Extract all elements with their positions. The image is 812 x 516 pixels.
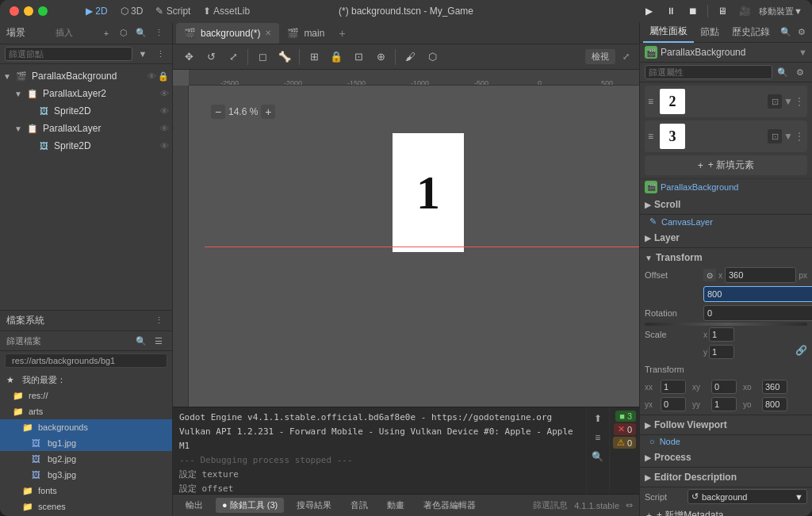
offset-link-icon[interactable]: ⊙ [703, 269, 716, 281]
console-icon-2[interactable]: ≡ [590, 430, 606, 445]
lock-tool[interactable]: 🔒 [327, 48, 346, 67]
fs-fonts[interactable]: 📁 fonts [0, 483, 172, 499]
instance-button[interactable]: ⬡ [117, 26, 131, 40]
bottom-tab-audio[interactable]: 音訊 [344, 498, 374, 513]
nav-assetlib[interactable]: ⬆ AssetLib [203, 6, 250, 17]
rp-tab-nodes[interactable]: 節點 [694, 22, 726, 43]
bottom-tab-output[interactable]: 輸出 [179, 498, 209, 513]
fs-options[interactable]: ⋮ [151, 314, 166, 328]
eye-icon2[interactable]: 👁 [160, 89, 169, 98]
maximize-button[interactable] [38, 6, 48, 16]
transform-header[interactable]: ▼ Transform [640, 250, 812, 266]
tree-item-parallaxlayer2[interactable]: ▼ 📋 ParallaxLayer2 👁 [0, 85, 172, 102]
fs-bg3[interactable]: 🖼 bg3.jpg [0, 467, 172, 483]
scale-y-input[interactable] [709, 345, 734, 359]
eye-icon4[interactable]: 👁 [160, 124, 169, 133]
fs-backgrounds[interactable]: 📁 backgrounds [0, 419, 172, 435]
rotation-input[interactable] [703, 305, 812, 321]
tab-main[interactable]: 🎬 main [279, 23, 332, 44]
t-xy-input[interactable] [711, 380, 737, 394]
script-reload-icon[interactable]: ↺ [691, 491, 699, 502]
group-tool[interactable]: ⊡ [349, 48, 368, 67]
bone-tool[interactable]: 🦴 [275, 48, 294, 67]
console-search[interactable]: 🔍 [590, 449, 606, 464]
fs-arts[interactable]: 📁 arts [0, 403, 172, 419]
layer-dup-icon-2[interactable]: ⊡ [768, 94, 782, 109]
add-metadata-button[interactable]: + + 新增Metadata [640, 506, 812, 516]
nav-3d[interactable]: ⬡ 3D [121, 6, 144, 17]
rotate-tool[interactable]: ↺ [201, 48, 220, 67]
t-yo-input[interactable] [762, 397, 787, 411]
fs-bg1[interactable]: 🖼 bg1.jpg [0, 435, 172, 451]
t-yy-input[interactable] [711, 397, 737, 411]
close-button[interactable] [10, 6, 19, 16]
bottom-tab-debug[interactable]: ● 除錯工具 (3) [216, 498, 284, 513]
layer-dup-icon-3[interactable]: ⊡ [768, 129, 782, 143]
tree-item-parallaxlayer[interactable]: ▼ 📋 ParallaxLayer 👁 [0, 120, 172, 137]
scene-tree-options[interactable]: ⋮ [153, 47, 167, 61]
filter-scene-button[interactable]: 🔍 [134, 26, 148, 40]
maximize-viewport[interactable]: ⤢ [619, 50, 633, 64]
inspect-button[interactable]: 檢視 [585, 49, 615, 64]
property-sort-icon[interactable]: ⚙ [793, 65, 807, 79]
rp-tab-attributes[interactable]: 屬性面板 [643, 22, 694, 43]
rp-tab-history[interactable]: 歷史記錄 [726, 22, 776, 43]
tree-item-sprite2d-1[interactable]: ▶ 🖼 Sprite2D 👁 [0, 102, 172, 120]
lock-icon[interactable]: 🔒 [158, 71, 169, 82]
scale-x-input[interactable] [709, 327, 734, 342]
tab-background[interactable]: 🎬 background(*) ✕ [176, 23, 279, 44]
fs-bg2[interactable]: 🖼 bg2.jpg [0, 451, 172, 467]
fs-scenes[interactable]: 📁 scenes [0, 499, 172, 514]
scene-filter-input[interactable] [5, 47, 132, 61]
console-icon-1[interactable]: ⬆ [590, 411, 606, 426]
tree-item-parallaxbackground[interactable]: ▼ 🎬 ParallaxBackground 👁 🔒 [0, 67, 172, 85]
editor-desc-header[interactable]: ▶ Editor Description [640, 469, 812, 485]
remote-debug-button[interactable]: 🖥 [714, 3, 730, 19]
pause-button[interactable]: ⏸ [663, 3, 679, 19]
paint-tool[interactable]: 🖌 [400, 48, 419, 67]
scroll-header[interactable]: ▶ Scroll [640, 197, 812, 212]
add-element-button[interactable]: + + 新填元素 [645, 155, 807, 175]
offset-x-input[interactable] [725, 267, 796, 283]
t-yx-input[interactable] [661, 397, 686, 411]
fs-view-toggle[interactable]: ☰ [151, 334, 166, 348]
rp-options-icon[interactable]: ⚙ [795, 25, 809, 40]
canvaslayer-link[interactable]: ✎ CanvasLayer [640, 215, 812, 228]
node-selector[interactable]: 🎬 ParallaxBackground ▼ [640, 43, 812, 63]
process-header[interactable]: ▶ Process [640, 449, 812, 465]
add-tab-button[interactable]: + [332, 27, 351, 40]
zoom-out-button[interactable]: − [211, 105, 225, 119]
fs-favorites[interactable]: ★ 我的最愛： [0, 372, 172, 388]
filter-icon[interactable]: ▼ [136, 47, 150, 61]
bottom-icon[interactable]: ⇔ [626, 500, 633, 510]
eye-icon5[interactable]: 👁 [160, 141, 169, 151]
property-filter-input[interactable] [645, 65, 772, 79]
bottom-tab-search[interactable]: 搜尋結果 [290, 498, 338, 513]
bottom-tab-shader[interactable]: 著色器編輯器 [417, 498, 482, 513]
fs-res[interactable]: 📁 res:// [0, 388, 172, 403]
property-filter-icon[interactable]: 🔍 [776, 65, 790, 79]
scene-options-button[interactable]: ⋮ [151, 26, 166, 40]
pivot-tool[interactable]: ⊕ [371, 48, 390, 67]
stop-button[interactable]: ⏹ [685, 3, 701, 19]
eye-icon[interactable]: 👁 [147, 71, 156, 81]
polygon-tool[interactable]: ⬡ [423, 48, 442, 67]
viewport[interactable]: -2500 -2000 -1500 -1000 -500 0 500 1000 … [173, 70, 639, 407]
fs-search-icon[interactable]: 🔍 [134, 334, 148, 348]
movie-button[interactable]: 🎥 [737, 3, 753, 19]
layer-header[interactable]: ▶ Layer [640, 230, 812, 246]
nav-2d[interactable]: ▶ 2D [86, 6, 108, 17]
tab-close-background[interactable]: ✕ [265, 29, 271, 37]
layer-del-2[interactable]: ⋮ [795, 96, 804, 107]
offset-y-input[interactable] [703, 286, 812, 302]
chain-icon[interactable]: 🔗 [795, 345, 807, 356]
parallaxbg-link[interactable]: ParallaxBackground [661, 182, 738, 192]
tree-item-sprite2d-2[interactable]: ▶ 🖼 Sprite2D 👁 [0, 137, 172, 155]
t-xx-input[interactable] [661, 380, 686, 394]
t-xo-input[interactable] [762, 380, 787, 394]
grid-snap[interactable]: ⊞ [304, 48, 324, 67]
layer-del-3[interactable]: ⋮ [795, 131, 804, 142]
node-link[interactable]: ○ Node [640, 435, 812, 448]
add-node-button[interactable]: + [99, 26, 113, 40]
follow-viewport-header[interactable]: ▶ Follow Viewport [640, 417, 812, 433]
